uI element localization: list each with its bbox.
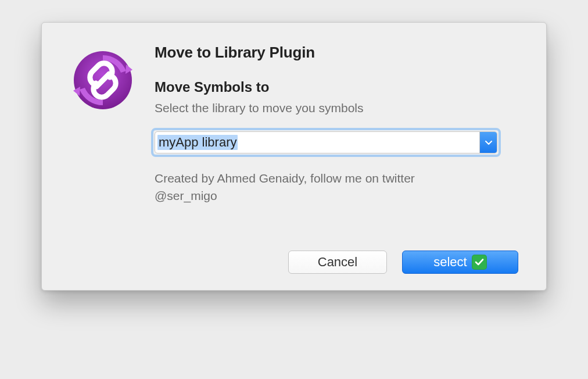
check-icon (472, 255, 487, 270)
library-combobox-wrap: myApp library (155, 131, 497, 153)
dialog-icon-column (65, 44, 135, 205)
library-combobox-arrow[interactable] (479, 132, 497, 153)
library-combobox-input[interactable]: myApp library (155, 132, 479, 153)
dialog-title: Move to Library Plugin (155, 44, 523, 62)
move-to-library-dialog: Move to Library Plugin Move Symbols to S… (41, 22, 547, 291)
plugin-link-icon (71, 48, 135, 115)
cancel-button[interactable]: Cancel (288, 251, 387, 274)
dialog-button-row: Cancel select (65, 251, 523, 274)
credits-text: Created by Ahmed Genaidy, follow me on t… (155, 170, 480, 205)
library-combobox-value: myApp library (157, 135, 238, 150)
dialog-description: Select the library to move you symbols (155, 101, 523, 115)
library-combobox[interactable]: myApp library (155, 131, 497, 153)
chevron-down-icon (485, 137, 492, 148)
select-button-label: select (433, 255, 467, 270)
dialog-backdrop: Move to Library Plugin Move Symbols to S… (0, 0, 588, 379)
select-button[interactable]: select (402, 251, 518, 274)
dialog-subtitle: Move Symbols to (155, 79, 523, 95)
cancel-button-label: Cancel (318, 255, 357, 270)
